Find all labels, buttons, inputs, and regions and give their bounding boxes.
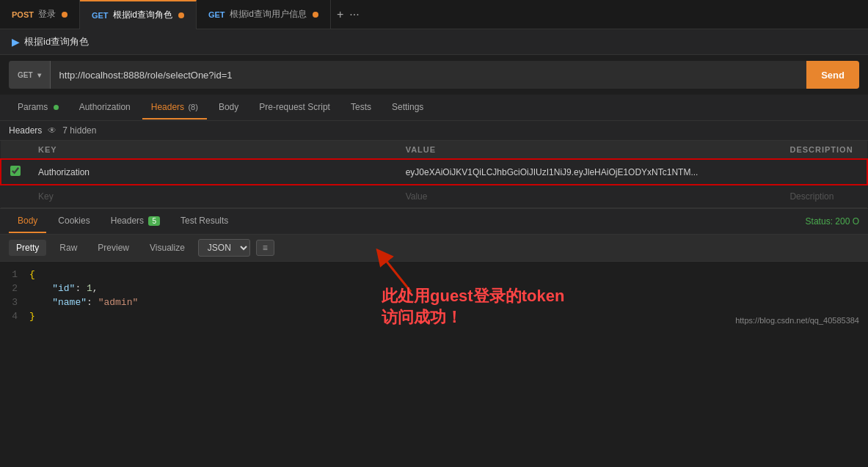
row-value: eyJ0eXAiOiJKV1QiLCJhbGciOiJIUzI1NiJ9.eyJ… — [406, 167, 699, 177]
response-headers-badge: 5 — [148, 216, 160, 226]
code-line-1: 1 { — [0, 268, 868, 282]
tab-label: 根据id查询用户信息 — [230, 8, 307, 21]
response-body-label: Body — [18, 216, 37, 226]
format-preview[interactable]: Preview — [90, 240, 136, 256]
tab-headers-label: Headers — [151, 102, 184, 112]
tab-params-label: Params — [18, 102, 48, 112]
wrap-icon[interactable]: ≡ — [256, 240, 274, 256]
headers-table: KEY VALUE DESCRIPTION Authorization eyJ0… — [0, 141, 868, 208]
format-pretty[interactable]: Pretty — [9, 240, 46, 256]
col-key-header: KEY — [29, 141, 397, 159]
line-content-2: "id": 1, — [29, 283, 98, 294]
response-tab-testresults[interactable]: Test Results — [172, 210, 237, 233]
empty-checkbox-cell — [1, 185, 29, 208]
tab-prerequest[interactable]: Pre-request Script — [250, 96, 339, 119]
send-button[interactable]: Send — [806, 61, 859, 89]
more-tabs-button[interactable]: ··· — [349, 8, 359, 21]
empty-desc-cell[interactable]: Description — [781, 185, 867, 208]
add-tab-button[interactable]: + — [337, 8, 343, 21]
response-testresults-label: Test Results — [180, 216, 228, 226]
table-header-row: KEY VALUE DESCRIPTION — [1, 141, 867, 159]
headers-section: Headers 👁 7 hidden — [0, 121, 868, 141]
tab-settings-label: Settings — [392, 102, 423, 112]
tab-settings[interactable]: Settings — [383, 96, 432, 119]
tab-get-role[interactable]: GET 根据id查询角色 — [80, 0, 197, 29]
empty-row: Key Value Description — [1, 185, 867, 208]
format-bar: Pretty Raw Preview Visualize JSON ≡ — [0, 235, 868, 262]
breadcrumb-arrow: ▶ — [12, 36, 20, 48]
key-placeholder: Key — [38, 191, 54, 202]
tab-get-user[interactable]: GET 根据id查询用户信息 — [197, 0, 331, 29]
tab-tests-label: Tests — [351, 102, 371, 112]
row-key: Authorization — [38, 167, 90, 177]
row-value-cell: eyJ0eXAiOiJKV1QiLCJhbGciOiJIUzI1NiJ9.eyJ… — [397, 159, 781, 185]
nav-tabs: Params Authorization Headers (8) Body Pr… — [0, 95, 868, 121]
col-desc-header: DESCRIPTION — [781, 141, 867, 159]
headers-table-wrapper: KEY VALUE DESCRIPTION Authorization eyJ0… — [0, 141, 868, 208]
tab-authorization-label: Authorization — [79, 102, 131, 112]
format-visualize[interactable]: Visualize — [142, 240, 192, 256]
method-arrow: ▾ — [37, 71, 41, 79]
tab-bar: POST 登录 GET 根据id查询角色 GET 根据id查询用户信息 + ··… — [0, 0, 868, 29]
code-line-2: 2 "id": 1, — [0, 282, 868, 295]
line-num-2: 2 — [0, 283, 29, 294]
response-tabs: Body Cookies Headers 5 Test Results Stat… — [0, 208, 868, 235]
method-label: POST — [12, 10, 34, 19]
tab-body[interactable]: Body — [210, 96, 247, 119]
method-label: GET — [92, 11, 109, 20]
response-cookies-label: Cookies — [58, 216, 90, 226]
row-checkbox[interactable] — [10, 166, 21, 176]
tab-dot — [62, 12, 68, 18]
response-headers-label: Headers — [111, 216, 144, 226]
line-content-3: "name": "admin" — [29, 297, 138, 308]
headers-label: Headers — [9, 125, 42, 136]
tab-body-label: Body — [219, 102, 238, 112]
tab-post-login[interactable]: POST 登录 — [0, 0, 80, 29]
url-bar: GET ▾ Send — [9, 61, 859, 89]
auth-row: Authorization eyJ0eXAiOiJKV1QiLCJhbGciOi… — [1, 159, 867, 185]
method-select[interactable]: GET ▾ — [9, 61, 51, 89]
response-tab-body[interactable]: Body — [9, 210, 46, 233]
tab-dot — [313, 12, 318, 18]
tab-params[interactable]: Params — [9, 96, 68, 119]
code-line-3: 3 "name": "admin" — [0, 295, 868, 309]
value-placeholder: Value — [406, 191, 428, 202]
row-key-cell: Authorization — [29, 159, 397, 185]
eye-icon[interactable]: 👁 — [48, 125, 56, 136]
format-raw[interactable]: Raw — [52, 240, 84, 256]
status-badge: Status: 200 O — [806, 216, 859, 227]
col-value-header: VALUE — [397, 141, 781, 159]
line-num-3: 3 — [0, 297, 29, 308]
request-header: ▶ 根据id查询角色 — [0, 29, 868, 55]
hidden-count: 7 hidden — [62, 125, 96, 136]
tab-headers[interactable]: Headers (8) — [142, 96, 207, 119]
params-dot — [54, 105, 59, 110]
row-desc-cell — [781, 159, 867, 185]
line-content-4: } — [29, 311, 35, 322]
headers-badge: (8) — [188, 103, 197, 111]
line-content-1: { — [29, 269, 35, 280]
empty-key-cell[interactable]: Key — [29, 185, 397, 208]
line-num-4: 4 — [0, 311, 29, 322]
row-checkbox-cell — [1, 159, 29, 185]
format-select[interactable]: JSON — [198, 239, 250, 257]
bottom-link[interactable]: https://blog.csdn.net/qq_40585384 — [735, 316, 859, 325]
empty-value-cell[interactable]: Value — [397, 185, 781, 208]
tab-tests[interactable]: Tests — [342, 96, 380, 119]
tab-prerequest-label: Pre-request Script — [259, 102, 330, 112]
desc-placeholder: Description — [789, 191, 834, 202]
tab-authorization[interactable]: Authorization — [70, 96, 139, 119]
method-value: GET — [18, 71, 33, 79]
response-tab-cookies[interactable]: Cookies — [49, 210, 98, 233]
tab-label: 根据id查询角色 — [113, 9, 172, 21]
response-tab-headers[interactable]: Headers 5 — [102, 210, 169, 233]
breadcrumb: 根据id查询角色 — [24, 35, 89, 48]
col-checkbox — [1, 141, 29, 159]
tab-dot — [178, 12, 184, 18]
line-num-1: 1 — [0, 269, 29, 280]
method-label: GET — [208, 10, 225, 19]
tab-label: 登录 — [38, 8, 56, 21]
url-input[interactable] — [51, 70, 807, 81]
tab-actions: + ··· — [337, 8, 360, 21]
